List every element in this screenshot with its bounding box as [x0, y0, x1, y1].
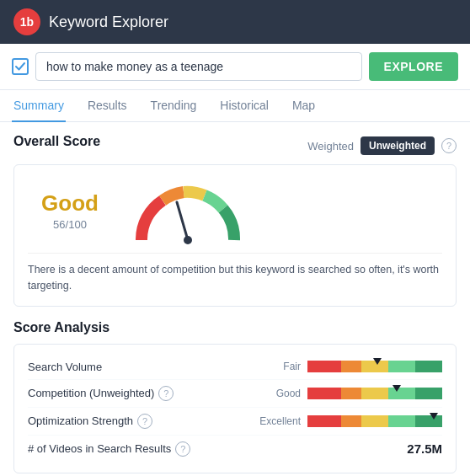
- videos-help-icon[interactable]: ?: [175, 441, 190, 457]
- score-left: Good 56/100: [28, 190, 112, 231]
- svg-line-0: [177, 202, 188, 240]
- overall-score-title: Overall Score: [13, 134, 100, 149]
- bar-track-fair: [307, 361, 442, 372]
- bar-optimization: Excellent: [259, 415, 442, 427]
- score-description: There is a decent amount of competition …: [28, 253, 442, 294]
- row-label-optimization: Optimization Strength ?: [28, 414, 152, 429]
- main-content: Overall Score Weighted Unweighted ? Good…: [0, 122, 470, 476]
- tab-map[interactable]: Map: [291, 90, 317, 122]
- overall-score-header: Overall Score Weighted Unweighted ?: [13, 134, 457, 158]
- table-row: Competition (Unweighted) ? Good: [28, 380, 442, 408]
- bar-search-volume: Fair: [259, 361, 442, 372]
- bar-competition: Good: [259, 388, 442, 399]
- app-logo: 1b: [13, 8, 40, 35]
- app-title: Keyword Explorer: [49, 13, 168, 31]
- competition-help-icon[interactable]: ?: [158, 386, 174, 401]
- weighted-label: Weighted: [307, 140, 354, 152]
- bar-track-excellent: [307, 415, 442, 427]
- search-checkbox[interactable]: [12, 58, 29, 75]
- table-row: Search Volume Fair: [28, 355, 442, 380]
- search-bar: EXPLORE: [0, 44, 470, 90]
- table-row: # of Videos in Search Results ? 27.5M: [28, 436, 442, 463]
- score-number: 56/100: [53, 218, 87, 231]
- row-label-search-volume: Search Volume: [28, 361, 102, 373]
- score-body: Good 56/100: [28, 177, 442, 244]
- bar-label-good: Good: [259, 388, 301, 399]
- bar-marker-excellent: [430, 413, 438, 420]
- unweighted-button[interactable]: Unweighted: [361, 136, 435, 155]
- search-input[interactable]: [35, 52, 362, 81]
- overall-score-help-icon[interactable]: ?: [441, 138, 457, 153]
- tab-trending[interactable]: Trending: [149, 90, 199, 122]
- gauge-chart: [129, 177, 247, 244]
- score-analysis-title: Score Analysis: [13, 320, 457, 335]
- bar-marker-fair: [373, 358, 382, 365]
- score-analysis-card: Search Volume Fair Competition (Unweight…: [13, 344, 457, 473]
- bar-track-good: [307, 388, 442, 399]
- check-icon: [14, 61, 26, 72]
- tab-historical[interactable]: Historical: [218, 90, 270, 122]
- gauge-svg: [129, 177, 247, 244]
- bar-marker-good: [393, 385, 401, 392]
- bar-label-fair: Fair: [259, 361, 301, 372]
- row-label-competition: Competition (Unweighted) ?: [28, 386, 174, 401]
- videos-value: 27.5M: [407, 441, 442, 456]
- tab-bar: Summary Results Trending Historical Map: [0, 90, 470, 122]
- explore-button[interactable]: EXPLORE: [369, 52, 458, 81]
- svg-point-1: [184, 236, 192, 244]
- tab-results[interactable]: Results: [86, 90, 129, 122]
- overall-score-card: Good 56/100: [13, 164, 457, 307]
- table-row: Optimization Strength ? Excellent: [28, 408, 442, 436]
- app-header: 1b Keyword Explorer: [0, 0, 470, 44]
- tab-summary[interactable]: Summary: [12, 90, 66, 122]
- score-label: Good: [41, 190, 99, 217]
- row-label-videos: # of Videos in Search Results ?: [28, 441, 190, 457]
- bar-label-excellent: Excellent: [259, 415, 301, 427]
- optimization-help-icon[interactable]: ?: [137, 414, 152, 429]
